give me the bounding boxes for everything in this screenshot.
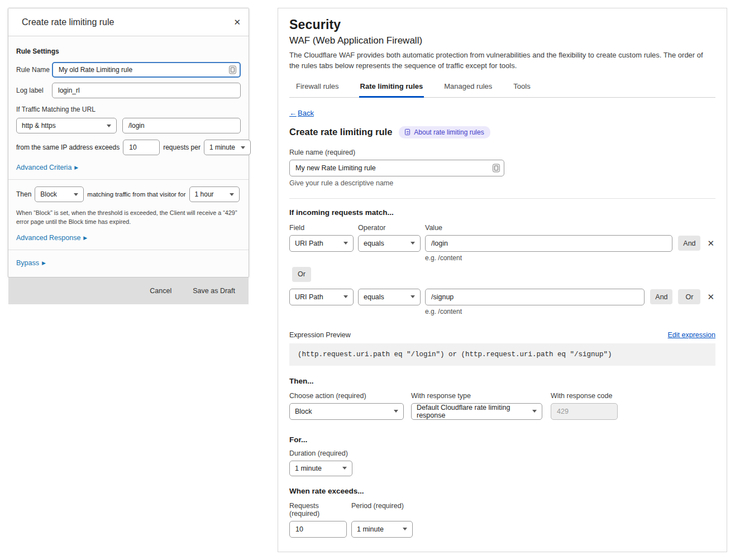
- field-select[interactable]: URI Path: [289, 289, 354, 305]
- or-connector-button[interactable]: Or: [292, 267, 311, 282]
- block-note: When “Block” is set, when the threshold …: [16, 208, 241, 226]
- and-button[interactable]: And: [650, 289, 672, 304]
- then-suffix-label: matching traffic from that visitor for: [87, 191, 185, 198]
- log-label-label: Log label: [16, 87, 52, 94]
- same-heading: With the same...: [289, 551, 715, 552]
- url-input[interactable]: [122, 118, 241, 133]
- waf-page: Security WAF (Web Application Firewall) …: [278, 8, 727, 552]
- page-description: The Cloudflare WAF provides both automat…: [289, 50, 714, 71]
- disclosure-triangle-icon: ▶: [83, 236, 87, 241]
- save-as-draft-button[interactable]: Save as Draft: [193, 287, 235, 295]
- modal-body: Rule Settings Rule Name Log label If Tra…: [8, 36, 249, 277]
- action-select[interactable]: Block: [35, 186, 84, 202]
- disclosure-triangle-icon: ▶: [74, 165, 78, 170]
- screen: Create rate limiting rule ✕ Rule Setting…: [0, 0, 735, 560]
- requests-input[interactable]: [289, 521, 347, 538]
- remove-condition-icon[interactable]: ✕: [706, 238, 715, 248]
- then-heading: Then...: [289, 377, 715, 385]
- or-button[interactable]: Or: [678, 289, 700, 304]
- ban-duration-select[interactable]: 1 hour: [189, 186, 240, 202]
- chevron-down-icon: [230, 193, 234, 196]
- tab-managed-rules[interactable]: Managed rules: [443, 79, 493, 98]
- value-input[interactable]: [425, 235, 672, 252]
- then-label: Then: [16, 190, 31, 198]
- duration-label: Duration (required): [289, 449, 715, 457]
- rule-name-input[interactable]: [52, 62, 241, 78]
- expression-preview-label: Expression Preview: [289, 331, 351, 339]
- expression-preview: (http.request.uri.path eq "/login") or (…: [289, 343, 715, 366]
- advanced-criteria-link[interactable]: Advanced Criteria ▶: [16, 164, 78, 171]
- autofill-icon: [229, 66, 236, 74]
- advanced-response-link[interactable]: Advanced Response ▶: [16, 234, 87, 242]
- operator-column-label: Operator: [358, 224, 425, 232]
- response-type-label: With response type: [411, 392, 551, 400]
- document-icon: [405, 129, 410, 135]
- traffic-match-label: If Traffic Matching the URL: [16, 106, 241, 113]
- divider: [8, 250, 249, 250]
- edit-expression-link[interactable]: Edit expression: [668, 331, 715, 339]
- threshold-prefix-label: from the same IP address exceeds: [16, 143, 120, 151]
- page-subtitle: WAF (Web Application Firewall): [289, 35, 715, 46]
- value-hint: e.g. /content: [425, 308, 715, 315]
- threshold-middle-label: requests per: [163, 143, 201, 151]
- period-select[interactable]: 1 minute: [204, 140, 251, 155]
- operator-select[interactable]: equals: [358, 235, 421, 252]
- rule-name-input[interactable]: [289, 160, 504, 176]
- bypass-link[interactable]: Bypass ▶: [16, 259, 46, 267]
- divider: [289, 198, 715, 199]
- field-select[interactable]: URI Path: [289, 235, 354, 252]
- match-heading: If incoming requests match...: [289, 208, 715, 217]
- tab-firewall-rules[interactable]: Firewall rules: [295, 79, 340, 98]
- form-title: Create rate limiting rule: [289, 127, 392, 137]
- field-column-label: Field: [289, 224, 358, 232]
- period-label: Period (required): [351, 502, 404, 518]
- for-heading: For...: [289, 435, 715, 444]
- requests-label: Requests (required): [289, 502, 347, 518]
- chevron-down-icon: [343, 295, 348, 298]
- operator-select[interactable]: equals: [358, 289, 421, 305]
- chevron-down-icon: [403, 528, 407, 530]
- chevron-down-icon: [411, 295, 415, 298]
- chevron-down-icon: [74, 193, 78, 196]
- threshold-input[interactable]: [123, 140, 160, 155]
- choose-action-label: Choose action (required): [289, 392, 411, 400]
- rule-name-helper: Give your rule a descriptive name: [289, 179, 715, 187]
- tab-rate-limiting-rules[interactable]: Rate limiting rules: [359, 79, 424, 98]
- chevron-down-icon: [343, 242, 348, 245]
- disclosure-triangle-icon: ▶: [42, 261, 46, 266]
- rule-settings-heading: Rule Settings: [16, 47, 241, 55]
- response-code-input: [551, 403, 618, 420]
- chevron-down-icon: [342, 467, 347, 470]
- duration-select[interactable]: 1 minute: [289, 461, 352, 476]
- cancel-button[interactable]: Cancel: [150, 287, 171, 295]
- log-label-input[interactable]: [52, 83, 241, 98]
- remove-condition-icon[interactable]: ✕: [706, 291, 715, 302]
- autofill-icon: [493, 164, 500, 172]
- about-rate-limiting-badge[interactable]: About rate limiting rules: [399, 126, 490, 138]
- period-select[interactable]: 1 minute: [351, 521, 413, 538]
- scheme-select[interactable]: http & https: [16, 118, 117, 133]
- close-icon[interactable]: ✕: [232, 17, 242, 27]
- condition-row: URI Path equals And Or ✕: [289, 289, 715, 305]
- value-column-label: Value: [425, 224, 442, 232]
- tab-tools[interactable]: Tools: [512, 79, 531, 98]
- rule-name-label: Rule Name: [16, 66, 52, 74]
- rule-name-label: Rule name (required): [289, 149, 715, 156]
- chevron-down-icon: [532, 410, 537, 413]
- value-input[interactable]: [425, 289, 645, 305]
- response-type-select[interactable]: Default Cloudflare rate limiting respons…: [411, 403, 542, 420]
- chevron-down-icon: [394, 410, 398, 413]
- waf-tabs: Firewall rules Rate limiting rules Manag…: [289, 79, 715, 98]
- back-link[interactable]: ← Back: [289, 109, 314, 117]
- action-select[interactable]: Block: [289, 403, 404, 420]
- back-arrow-icon: ←: [289, 109, 297, 117]
- rate-heading: When rate exceeds...: [289, 487, 715, 495]
- modal-header: Create rate limiting rule ✕: [8, 8, 249, 36]
- chevron-down-icon: [411, 242, 415, 245]
- response-code-label: With response code: [551, 392, 612, 400]
- page-title: Security: [289, 17, 715, 32]
- legacy-rate-limit-modal: Create rate limiting rule ✕ Rule Setting…: [8, 8, 249, 277]
- modal-title: Create rate limiting rule: [22, 17, 232, 27]
- and-button[interactable]: And: [678, 236, 700, 251]
- value-hint: e.g. /content: [425, 254, 715, 262]
